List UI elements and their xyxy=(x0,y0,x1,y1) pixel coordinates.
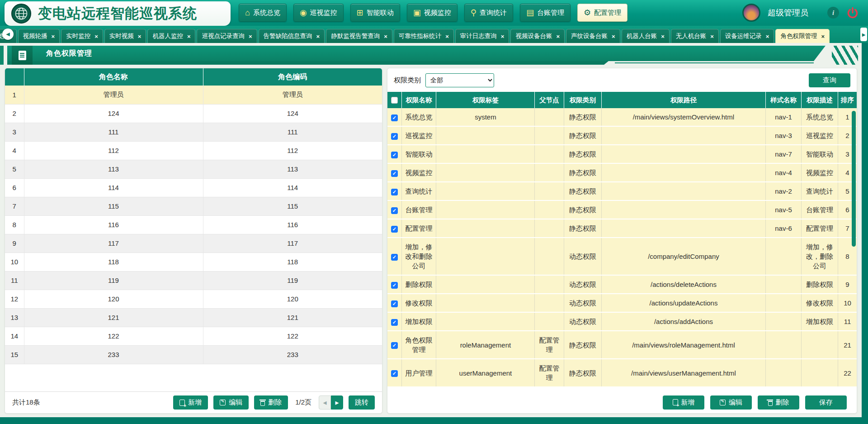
info-icon[interactable]: i xyxy=(827,7,839,19)
power-icon[interactable] xyxy=(846,6,859,19)
user-avatar[interactable] xyxy=(742,4,760,22)
row-checkbox[interactable] xyxy=(391,207,398,214)
row-checkbox[interactable] xyxy=(391,189,398,195)
close-icon[interactable]: × xyxy=(556,33,560,39)
table-row[interactable]: 6114114 xyxy=(5,178,382,197)
close-icon[interactable]: × xyxy=(612,33,615,39)
tab-item[interactable]: 实时视频× xyxy=(104,29,146,43)
add-button[interactable]: 新增 xyxy=(173,395,208,410)
table-row[interactable]: 9117117 xyxy=(5,234,382,252)
permission-row[interactable]: 增加，修改和删除公司动态权限/company/editCompany增加，修改，… xyxy=(387,238,857,275)
table-row[interactable]: 4112112 xyxy=(5,141,382,160)
row-checkbox[interactable] xyxy=(391,133,398,140)
tab-item[interactable]: 审计日志查询× xyxy=(455,29,509,43)
row-checkbox[interactable] xyxy=(391,370,398,377)
close-icon[interactable]: × xyxy=(661,33,665,39)
tab-scroll-right-icon[interactable]: ▶ xyxy=(860,28,867,41)
nav-button-search[interactable]: ⚲查询统计 xyxy=(464,4,513,22)
permission-row[interactable]: 巡视监控静态权限nav-3巡视监控2 xyxy=(387,126,857,145)
next-page-icon[interactable]: ▸ xyxy=(331,395,343,410)
nav-button-link[interactable]: ⊞智能联动 xyxy=(350,4,400,22)
close-icon[interactable]: × xyxy=(501,33,505,39)
tab-item[interactable]: 实时监控× xyxy=(61,29,103,43)
permission-row[interactable]: 系统总览system静态权限/main/views/systemOverview… xyxy=(387,108,857,126)
jump-button[interactable]: 跳转 xyxy=(349,395,375,410)
delete-button[interactable]: 删除 xyxy=(758,395,799,410)
table-row[interactable]: 10118118 xyxy=(5,252,382,271)
permission-row[interactable]: 删除权限动态权限/actions/deleteActions删除权限9 xyxy=(387,275,857,294)
select-all-checkbox[interactable] xyxy=(391,97,398,104)
table-row[interactable]: 12120120 xyxy=(5,290,382,308)
add-button[interactable]: 新增 xyxy=(663,395,704,410)
permission-row[interactable]: 查询统计静态权限nav-2查询统计5 xyxy=(387,182,857,200)
tab-item[interactable]: 机器人监控× xyxy=(147,29,195,43)
permission-row[interactable]: 智能联动静态权限nav-7智能联动3 xyxy=(387,145,857,163)
row-checkbox[interactable] xyxy=(391,114,398,121)
tab-item[interactable]: 视频设备台账× xyxy=(510,29,565,43)
nav-button-eye[interactable]: ◉巡视监控 xyxy=(293,4,344,22)
prev-page-icon[interactable]: ◂ xyxy=(319,395,331,410)
table-row[interactable]: 14122122 xyxy=(5,327,382,345)
row-checkbox[interactable] xyxy=(391,300,398,307)
permission-row[interactable]: 台账管理静态权限nav-5台账管理6 xyxy=(387,200,857,219)
close-icon[interactable]: × xyxy=(766,33,769,39)
delete-button[interactable]: 删除 xyxy=(254,395,288,410)
nav-button-home[interactable]: ⌂系统总览 xyxy=(239,4,287,22)
close-icon[interactable]: × xyxy=(384,33,387,39)
tab-item[interactable]: 无人机台账× xyxy=(671,29,719,43)
tab-item[interactable]: 视频轮播× xyxy=(18,29,60,43)
close-icon[interactable]: × xyxy=(52,33,55,39)
video-icon: ▣ xyxy=(413,9,421,17)
close-icon[interactable]: × xyxy=(710,33,714,39)
tab-item[interactable]: 设备运维记录× xyxy=(720,29,774,43)
close-icon[interactable]: × xyxy=(138,33,142,39)
table-row[interactable]: 2124124 xyxy=(5,104,382,123)
tab-item[interactable]: 静默监视告警查询× xyxy=(326,29,392,43)
tab-item[interactable]: 声纹设备台账× xyxy=(566,29,620,43)
table-row[interactable]: 1管理员管理员 xyxy=(5,86,382,104)
table-row[interactable]: 15233233 xyxy=(5,345,382,364)
row-checkbox[interactable] xyxy=(391,342,398,349)
search-button[interactable]: 查询 xyxy=(809,73,850,87)
close-icon[interactable]: × xyxy=(187,33,191,39)
close-icon[interactable]: × xyxy=(316,33,320,39)
tab-active[interactable]: 角色权限管理× xyxy=(775,29,830,43)
nav-button-video[interactable]: ▣视频监控 xyxy=(407,4,458,22)
permission-type-select[interactable]: 全部 xyxy=(425,73,494,87)
row-checkbox[interactable] xyxy=(391,282,398,289)
perm-tag-cell xyxy=(436,294,535,312)
tab-item[interactable]: 巡视点记录查询× xyxy=(197,29,257,43)
edit-button[interactable]: 编辑 xyxy=(213,395,249,410)
close-icon[interactable]: × xyxy=(94,33,98,39)
table-row[interactable]: 3111111 xyxy=(5,123,382,141)
close-icon[interactable]: × xyxy=(249,33,252,39)
tab-item[interactable]: 机器人台账× xyxy=(622,29,670,43)
close-icon[interactable]: × xyxy=(821,33,825,39)
table-row[interactable]: 7115115 xyxy=(5,197,382,215)
row-checkbox[interactable] xyxy=(391,170,398,177)
scrollbar-thumb[interactable] xyxy=(852,111,856,247)
permission-row[interactable]: 用户管理userManagement配置管理静态权限/main/views/us… xyxy=(387,359,857,387)
perm-desc-cell: 巡视监控 xyxy=(801,126,838,145)
permission-row[interactable]: 修改权限动态权限/actions/updateActions修改权限10 xyxy=(387,294,857,312)
tab-item[interactable]: 可靠性指标统计× xyxy=(394,29,454,43)
table-row[interactable]: 8116116 xyxy=(5,215,382,234)
row-checkbox[interactable] xyxy=(391,152,398,158)
permission-row[interactable]: 增加权限动态权限/actions/addActions增加权限11 xyxy=(387,312,857,331)
permission-row[interactable]: 视频监控静态权限nav-4视频监控4 xyxy=(387,163,857,182)
row-checkbox[interactable] xyxy=(391,319,398,326)
nav-button-gear[interactable]: ⚙配置管理 xyxy=(577,4,627,22)
tab-item[interactable]: 告警缺陷信息查询× xyxy=(259,29,325,43)
save-button[interactable]: 保存 xyxy=(805,395,847,410)
table-row[interactable]: 11119119 xyxy=(5,271,382,290)
permission-row[interactable]: 配置管理静态权限nav-6配置管理7 xyxy=(387,219,857,238)
permission-row[interactable]: 角色权限管理roleManagement配置管理静态权限/main/views/… xyxy=(387,331,857,359)
table-row[interactable]: 5113113 xyxy=(5,160,382,178)
row-checkbox[interactable] xyxy=(391,254,398,261)
row-checkbox[interactable] xyxy=(391,226,398,233)
nav-button-clipboard[interactable]: ▤台账管理 xyxy=(520,4,571,22)
tab-scroll-left-icon[interactable]: ◀ xyxy=(2,29,14,40)
table-row[interactable]: 13121121 xyxy=(5,308,382,327)
edit-button[interactable]: 编辑 xyxy=(710,395,752,410)
close-icon[interactable]: × xyxy=(445,33,449,39)
